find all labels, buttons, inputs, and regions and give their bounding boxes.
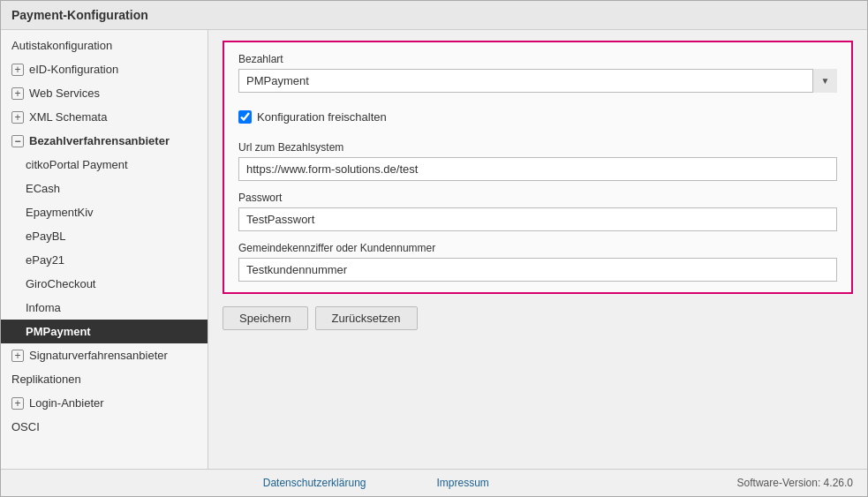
title-bar: Payment-Konfiguration [1, 1, 867, 30]
sidebar-item-login-anbieter[interactable]: + Login-Anbieter [1, 391, 208, 415]
bezahlart-select[interactable]: PMPayment [238, 69, 837, 93]
sidebar-item-label: ECash [26, 182, 60, 195]
plus-icon: + [11, 87, 24, 100]
passwort-field-group: Passwort [238, 192, 837, 231]
plus-icon: + [11, 111, 24, 124]
sidebar-item-autistakonfiguration[interactable]: Autistakonfiguration [1, 34, 208, 57]
sidebar-item-ecash[interactable]: ECash [1, 177, 208, 200]
sidebar-item-label: Replikationen [11, 373, 81, 386]
plus-icon: + [11, 350, 24, 362]
impressum-link[interactable]: Impressum [436, 477, 488, 489]
plus-icon: + [11, 397, 24, 410]
sidebar-item-label: Autistakonfiguration [11, 39, 112, 52]
sidebar-item-epaybl[interactable]: ePayBL [1, 224, 208, 248]
footer: Datenschutzerklärung Impressum Software-… [1, 469, 867, 496]
passwort-label: Passwort [238, 192, 837, 204]
sidebar-item-label: Web Services [29, 87, 100, 100]
konfiguration-label: Konfiguration freischalten [257, 110, 387, 124]
sidebar-item-label: ePayBL [26, 230, 66, 243]
url-field-group: Url zum Bezahlsystem [238, 141, 837, 181]
sidebar-item-label: EpaymentKiv [26, 206, 94, 219]
sidebar-item-osci[interactable]: OSCI [1, 415, 208, 439]
datenschutz-link[interactable]: Datenschutzerklärung [263, 477, 366, 489]
bezahlart-select-wrapper: PMPayment ▼ [238, 69, 837, 93]
sidebar-item-label: eID-Konfiguration [29, 63, 118, 76]
version-label: Software-Version: 4.26.0 [737, 477, 853, 489]
footer-links: Datenschutzerklärung Impressum [15, 477, 737, 489]
sidebar-item-label: ePay21 [26, 253, 64, 267]
bezahlart-label: Bezahlart [238, 53, 837, 65]
sidebar-item-label: PMPayment [26, 325, 91, 338]
url-input[interactable] [238, 157, 837, 181]
minus-icon: − [11, 135, 24, 147]
button-row: Speichern Zurücksetzen [223, 303, 853, 334]
url-label: Url zum Bezahlsystem [238, 141, 837, 154]
sidebar-item-label: Login-Anbieter [29, 396, 104, 410]
sidebar-item-citko[interactable]: citkoPortal Payment [1, 153, 208, 177]
window-title: Payment-Konfiguration [11, 8, 148, 22]
config-box: Bezahlart PMPayment ▼ Konfiguration frei… [223, 41, 853, 294]
sidebar-item-label: XML Schemata [29, 110, 107, 124]
sidebar-item-replikationen[interactable]: Replikationen [1, 367, 208, 391]
sidebar-item-label: Infoma [26, 301, 61, 314]
sidebar-item-label: Bezahlverfahrensanbieter [29, 134, 170, 147]
konfiguration-row: Konfiguration freischalten [238, 103, 837, 131]
sidebar-item-label: OSCI [11, 420, 40, 433]
bezahlart-field-group: Bezahlart PMPayment ▼ [238, 53, 837, 93]
application-window: Payment-Konfiguration Autistakonfigurati… [0, 0, 868, 497]
sidebar-item-web-services[interactable]: + Web Services [1, 81, 208, 105]
plus-icon: + [11, 64, 24, 76]
konfiguration-checkbox[interactable] [238, 110, 252, 124]
passwort-input[interactable] [238, 207, 837, 231]
sidebar-item-signaturverfahren[interactable]: + Signaturverfahrensanbieter [1, 343, 208, 367]
sidebar-item-epaymentkiv[interactable]: EpaymentKiv [1, 200, 208, 224]
sidebar-item-infoma[interactable]: Infoma [1, 296, 208, 320]
sidebar-item-girocheckout[interactable]: GiroCheckout [1, 272, 208, 296]
gemeinde-label: Gemeindekennziffer oder Kundennummer [238, 242, 837, 254]
save-button[interactable]: Speichern [223, 306, 308, 330]
sidebar-item-label: citkoPortal Payment [26, 158, 128, 171]
content-area: Autistakonfiguration + eID-Konfiguration… [1, 30, 867, 469]
sidebar: Autistakonfiguration + eID-Konfiguration… [1, 30, 208, 469]
sidebar-item-label: GiroCheckout [26, 277, 95, 290]
sidebar-item-label: Signaturverfahrensanbieter [29, 349, 168, 362]
gemeinde-field-group: Gemeindekennziffer oder Kundennummer [238, 242, 837, 282]
reset-button[interactable]: Zurücksetzen [315, 306, 418, 330]
sidebar-item-epay21[interactable]: ePay21 [1, 248, 208, 272]
sidebar-item-eid[interactable]: + eID-Konfiguration [1, 57, 208, 81]
main-panel: Bezahlart PMPayment ▼ Konfiguration frei… [208, 30, 867, 469]
sidebar-item-xml-schemata[interactable]: + XML Schemata [1, 105, 208, 129]
sidebar-item-pmpayment[interactable]: PMPayment [1, 320, 208, 343]
gemeinde-input[interactable] [238, 258, 837, 282]
sidebar-item-bezahlverfahren[interactable]: − Bezahlverfahrensanbieter [1, 129, 208, 153]
